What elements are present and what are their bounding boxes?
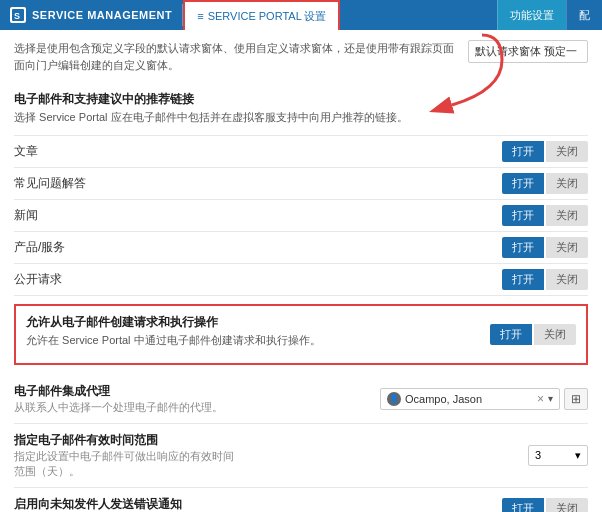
field-row-timerange: 指定电子邮件有效时间范围 指定此设置中电子邮件可做出响应的有效时间范围（天）。 … — [14, 424, 588, 488]
btn-product-on[interactable]: 打开 — [502, 237, 544, 258]
field-row-email-proxy: 电子邮件集成代理 从联系人中选择一个处理电子邮件的代理。 👤 Ocampo, J… — [14, 375, 588, 424]
brand-label: SERVICE MANAGEMENT — [32, 9, 172, 21]
toggle-buttons-news: 打开 关闭 — [502, 205, 588, 226]
btn-highlighted-off[interactable]: 关闭 — [534, 324, 576, 345]
toggle-label-faq: 常见问题解答 — [14, 175, 502, 192]
email-proxy-control: 👤 Ocampo, Jason × ▾ ⊞ — [234, 388, 588, 410]
toggle-buttons-unknown: 打开 关闭 — [502, 498, 588, 512]
field-label-unknown-sender: 启用向未知发件人发送错误通知 启用此设置可从组织系统中未识别的电子邮件地址发送错… — [14, 496, 234, 512]
email-links-section: 电子邮件和支持建议中的推荐链接 选择 Service Portal 应在电子邮件… — [14, 91, 588, 125]
tab-service-portal[interactable]: ≡ SERVICE PORTAL 设置 — [183, 0, 340, 30]
toggle-label-public: 公开请求 — [14, 271, 502, 288]
btn-article-off[interactable]: 关闭 — [546, 141, 588, 162]
proxy-icon-btn[interactable]: ⊞ — [564, 388, 588, 410]
email-proxy-select[interactable]: 👤 Ocampo, Jason × ▾ — [380, 388, 560, 410]
top-desc-text: 选择是使用包含预定义字段的默认请求窗体、使用自定义请求窗体，还是使用带有跟踪页面… — [14, 40, 458, 73]
btn-faq-off[interactable]: 关闭 — [546, 173, 588, 194]
proxy-dropdown-btn[interactable]: ▾ — [548, 393, 553, 404]
default-form-label: 默认请求窗体 预定一 — [475, 45, 577, 57]
field-label-email-proxy: 电子邮件集成代理 从联系人中选择一个处理电子邮件的代理。 — [14, 383, 234, 415]
btn-unknown-off[interactable]: 关闭 — [546, 498, 588, 512]
btn-config[interactable]: 配 — [566, 0, 602, 30]
highlighted-row: 允许从电子邮件创建请求和执行操作 允许在 Service Portal 中通过电… — [26, 314, 576, 354]
toggle-label-article: 文章 — [14, 143, 502, 160]
toggle-buttons-public: 打开 关闭 — [502, 269, 588, 290]
highlighted-desc: 允许在 Service Portal 中通过电子邮件创建请求和执行操作。 — [26, 333, 490, 348]
highlighted-email-action-section: 允许从电子邮件创建请求和执行操作 允许在 Service Portal 中通过电… — [14, 304, 588, 364]
toggle-row-public: 公开请求 打开 关闭 — [14, 264, 588, 296]
btn-config-label: 配 — [579, 8, 590, 23]
timerange-select[interactable]: 3 ▾ — [528, 445, 588, 466]
email-section-title: 电子邮件和支持建议中的推荐链接 — [14, 91, 588, 108]
btn-article-on[interactable]: 打开 — [502, 141, 544, 162]
btn-highlighted-on[interactable]: 打开 — [490, 324, 532, 345]
btn-features-label: 功能设置 — [510, 8, 554, 23]
btn-features[interactable]: 功能设置 — [497, 0, 566, 30]
btn-product-off[interactable]: 关闭 — [546, 237, 588, 258]
nav-brand: S SERVICE MANAGEMENT — [0, 0, 182, 30]
toggle-row-article: 文章 打开 关闭 — [14, 135, 588, 168]
email-proxy-title: 电子邮件集成代理 — [14, 383, 234, 400]
proxy-clear-btn[interactable]: × — [537, 392, 544, 406]
main-content: 选择是使用包含预定义字段的默认请求窗体、使用自定义请求窗体，还是使用带有跟踪页面… — [0, 30, 602, 512]
timerange-control: 3 ▾ — [234, 445, 588, 466]
timerange-title: 指定电子邮件有效时间范围 — [14, 432, 234, 449]
btn-news-off[interactable]: 关闭 — [546, 205, 588, 226]
toggle-buttons-product: 打开 关闭 — [502, 237, 588, 258]
email-proxy-desc: 从联系人中选择一个处理电子邮件的代理。 — [14, 400, 234, 415]
field-row-unknown-sender: 启用向未知发件人发送错误通知 启用此设置可从组织系统中未识别的电子邮件地址发送错… — [14, 488, 588, 512]
btn-unknown-on[interactable]: 打开 — [502, 498, 544, 512]
user-icon-proxy: 👤 — [387, 392, 401, 406]
toggle-row-news: 新闻 打开 关闭 — [14, 200, 588, 232]
toggle-row-product: 产品/服务 打开 关闭 — [14, 232, 588, 264]
proxy-name: Ocampo, Jason — [405, 393, 482, 405]
timerange-value: 3 — [535, 449, 541, 461]
toggle-label-product: 产品/服务 — [14, 239, 502, 256]
email-section-desc: 选择 Service Portal 应在电子邮件中包括并在虚拟客服支持中向用户推… — [14, 110, 588, 125]
default-form-selector[interactable]: 默认请求窗体 预定一 — [468, 40, 588, 63]
tab-portal-icon: ≡ — [197, 10, 203, 22]
highlighted-title: 允许从电子邮件创建请求和执行操作 — [26, 314, 490, 331]
top-nav: S SERVICE MANAGEMENT ≡ SERVICE PORTAL 设置… — [0, 0, 602, 30]
toggle-buttons-article: 打开 关闭 — [502, 141, 588, 162]
toggle-buttons-highlighted: 打开 关闭 — [490, 324, 576, 345]
btn-faq-on[interactable]: 打开 — [502, 173, 544, 194]
timerange-desc: 指定此设置中电子邮件可做出响应的有效时间范围（天）。 — [14, 449, 234, 479]
unknown-sender-title: 启用向未知发件人发送错误通知 — [14, 496, 234, 512]
timerange-arrow: ▾ — [575, 449, 581, 462]
brand-icon: S — [10, 7, 26, 23]
select-value-proxy: 👤 Ocampo, Jason — [387, 392, 482, 406]
top-description-block: 选择是使用包含预定义字段的默认请求窗体、使用自定义请求窗体，还是使用带有跟踪页面… — [14, 40, 588, 81]
tab-portal-label: SERVICE PORTAL 设置 — [208, 9, 327, 24]
btn-news-on[interactable]: 打开 — [502, 205, 544, 226]
toggle-label-news: 新闻 — [14, 207, 502, 224]
toggle-buttons-faq: 打开 关闭 — [502, 173, 588, 194]
toggle-row-faq: 常见问题解答 打开 关闭 — [14, 168, 588, 200]
btn-public-off[interactable]: 关闭 — [546, 269, 588, 290]
field-label-timerange: 指定电子邮件有效时间范围 指定此设置中电子邮件可做出响应的有效时间范围（天）。 — [14, 432, 234, 479]
svg-text:S: S — [14, 11, 21, 21]
toggles-area: 文章 打开 关闭 常见问题解答 打开 关闭 新闻 打开 关闭 — [14, 135, 588, 296]
unknown-sender-control: 打开 关闭 — [234, 498, 588, 512]
btn-public-on[interactable]: 打开 — [502, 269, 544, 290]
